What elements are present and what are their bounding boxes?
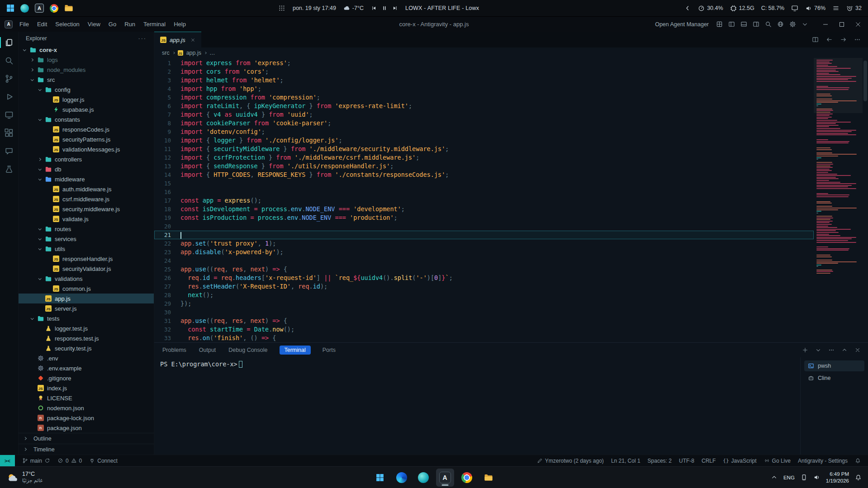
taskbar-app-antigravity[interactable]: A — [436, 469, 454, 487]
code-line[interactable]: 26 req.id = req.headers['x-request-id'] … — [154, 274, 814, 282]
volume-stat[interactable]: 76% — [805, 5, 825, 12]
branch-indicator[interactable]: main — [19, 455, 54, 466]
start-icon[interactable] — [6, 4, 14, 12]
code-line[interactable]: 14import { HTTP_CODES, RESPONSE_KEYS } f… — [154, 171, 814, 179]
panel-more-icon[interactable] — [828, 347, 835, 353]
code-line[interactable]: 12import { csrfProtection } from './midd… — [154, 153, 814, 162]
code-line[interactable]: 19const isProduction = process.env.NODE_… — [154, 213, 814, 222]
taskbar-app-edge[interactable] — [393, 469, 411, 487]
indentation[interactable]: Spaces: 2 — [644, 458, 675, 464]
tree-item-securityvalidator-js[interactable]: JSsecurityValidator.js — [19, 264, 154, 274]
panel-bottom-icon[interactable] — [740, 21, 747, 28]
eol-sequence[interactable]: CRLF — [698, 458, 719, 464]
tree-item-security-middleware-js[interactable]: JSsecurity.middleware.js — [19, 204, 154, 214]
menu-terminal[interactable]: Terminal — [139, 17, 170, 32]
code-line[interactable]: 30 — [154, 308, 814, 317]
code-line[interactable]: 23app.disable('x-powered-by'); — [154, 248, 814, 256]
alarm-stat[interactable]: 32 — [846, 5, 862, 12]
tree-item-db[interactable]: db — [19, 164, 154, 174]
activity-run-debug[interactable] — [0, 88, 18, 106]
taskbar-app-start[interactable] — [371, 469, 389, 487]
activity-explorer[interactable] — [0, 33, 18, 52]
encoding[interactable]: UTF-8 — [675, 458, 698, 464]
code-line[interactable]: 4import hpp from 'hpp'; — [154, 85, 814, 93]
layout-grid-icon[interactable] — [716, 21, 723, 28]
more-actions-icon[interactable] — [854, 36, 861, 43]
tree-item-constants[interactable]: constants — [19, 114, 154, 124]
tree-item-license[interactable]: LICENSE — [19, 393, 154, 403]
memory-stat[interactable]: 12.5G — [730, 5, 754, 12]
notifications-bell[interactable] — [851, 458, 864, 464]
panel-maximize-icon[interactable] — [841, 347, 848, 353]
code-line[interactable]: 18const isDevelopment = process.env.NODE… — [154, 205, 814, 213]
breadcrumb-src[interactable]: src — [162, 50, 170, 56]
code-line[interactable]: 28 next(); — [154, 291, 814, 299]
phone-link-icon[interactable] — [801, 474, 807, 481]
browser-icon[interactable] — [20, 4, 29, 13]
minimap[interactable] — [814, 58, 863, 342]
code-line[interactable]: 10import { logger } from './config/logge… — [154, 136, 814, 145]
close-button[interactable] — [850, 17, 866, 32]
code-line[interactable]: 7import { v4 as uuidv4 } from 'uuid'; — [154, 110, 814, 119]
code-line[interactable]: 25app.use((req, res, next) => { — [154, 265, 814, 274]
disk-stat[interactable]: C: 58.7% — [761, 5, 784, 11]
activity-remote-explorer[interactable] — [0, 106, 18, 124]
tree-item-security-test-js[interactable]: security.test.js — [19, 343, 154, 353]
taskbar-app-browser[interactable] — [414, 469, 432, 487]
code-line[interactable]: 22app.set('trust proxy', 1); — [154, 239, 814, 248]
go-live-button[interactable]: Go Live — [760, 458, 794, 464]
app-settings[interactable]: Antigravity - Settings — [794, 458, 851, 464]
tree-item-middleware[interactable]: middleware — [19, 174, 154, 184]
tree-item-server-js[interactable]: JSserver.js — [19, 303, 154, 313]
panel-left-icon[interactable] — [728, 21, 735, 28]
code-line[interactable]: 3import helmet from 'helmet'; — [154, 76, 814, 85]
media-next-icon[interactable] — [392, 5, 398, 11]
menu-view[interactable]: View — [84, 17, 104, 32]
breadcrumb-file[interactable]: app.js — [186, 50, 201, 56]
timeline-section[interactable]: Timeline — [19, 444, 154, 455]
tree-item-tests[interactable]: tests — [19, 313, 154, 323]
menu-go[interactable]: Go — [104, 17, 120, 32]
code-line[interactable]: 31app.use((req, res, next) => { — [154, 317, 814, 325]
taskbar-app-chrome[interactable] — [458, 469, 476, 487]
sidebar-more-icon[interactable]: ··· — [138, 35, 147, 42]
panel-tab-debug-console[interactable]: Debug Console — [228, 346, 268, 355]
activity-source-control[interactable] — [0, 70, 18, 88]
tree-item-responsehandler-js[interactable]: JSresponseHandler.js — [19, 254, 154, 264]
new-terminal-icon[interactable] — [802, 347, 808, 353]
tree-item-logger-test-js[interactable]: logger.test.js — [19, 323, 154, 333]
tab-close-icon[interactable] — [190, 38, 195, 43]
menu-edit[interactable]: Edit — [33, 17, 51, 32]
code-line[interactable]: 24 — [154, 256, 814, 265]
remote-indicator[interactable]: >< — [0, 455, 15, 466]
tree-item-validationmessages-js[interactable]: JSvalidationMessages.js — [19, 144, 154, 154]
cursor-position[interactable]: Ln 21, Col 1 — [607, 458, 644, 464]
activity-search[interactable] — [0, 52, 18, 70]
tree-item-app-js[interactable]: JSapp.js — [19, 294, 154, 303]
minimize-button[interactable] — [817, 17, 834, 32]
chrome-icon[interactable] — [50, 4, 58, 13]
code-line[interactable]: 27 res.setHeader('X-Request-ID', req.id)… — [154, 282, 814, 291]
weather-widget[interactable]: 17°C غائم جزئيًا — [0, 471, 49, 483]
maximize-button[interactable] — [834, 17, 850, 32]
tree-item-validate-js[interactable]: JSvalidate.js — [19, 214, 154, 224]
panel-tab-problems[interactable]: Problems — [161, 346, 187, 355]
panel-close-icon[interactable] — [854, 347, 861, 353]
tree-item-auth-middleware-js[interactable]: JSauth.middleware.js — [19, 184, 154, 194]
breadcrumb-symbol[interactable]: … — [209, 50, 215, 56]
tree-item-validations[interactable]: validations — [19, 274, 154, 284]
panel-tab-output[interactable]: Output — [198, 346, 217, 355]
media-pause-icon[interactable] — [381, 5, 388, 11]
menu-help[interactable]: Help — [170, 17, 190, 32]
code-line[interactable]: 15 — [154, 179, 814, 188]
code-line[interactable]: 9import 'dotenv/config'; — [154, 128, 814, 136]
code-line[interactable]: 32 const startTime = Date.now(); — [154, 325, 814, 334]
notification-bell-icon[interactable] — [855, 474, 862, 481]
display-icon[interactable] — [791, 5, 798, 12]
activity-testing[interactable] — [0, 160, 18, 178]
tree-item-nodemon-json[interactable]: nodemon.json — [19, 403, 154, 413]
editor-scrollbar[interactable] — [863, 58, 868, 342]
code-line[interactable]: 16 — [154, 188, 814, 196]
cpu-gauge[interactable]: 30.4% — [698, 5, 723, 12]
file-explorer-icon[interactable] — [64, 4, 73, 12]
